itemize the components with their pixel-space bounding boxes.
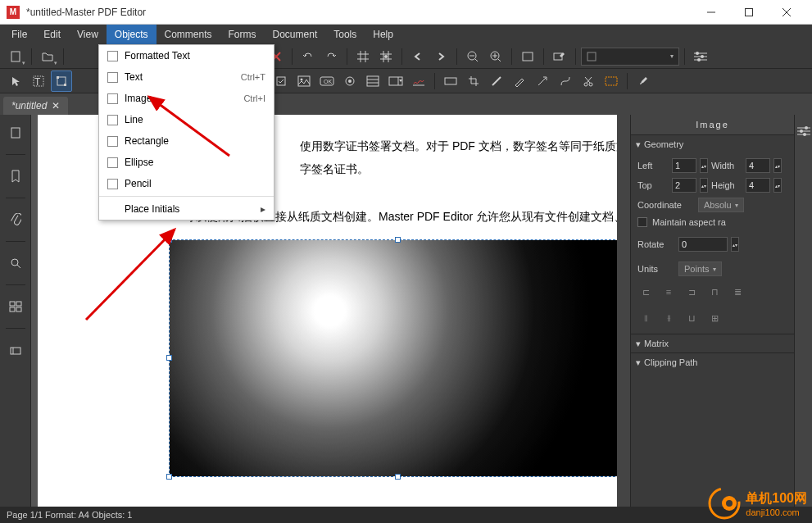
width-spinner[interactable]: ▴▾	[773, 158, 782, 173]
left-input[interactable]: 1	[672, 158, 696, 173]
list-tool[interactable]	[362, 70, 383, 92]
menu-formatted-text[interactable]: Formatted Text	[99, 45, 274, 66]
height-input[interactable]: 4	[746, 178, 770, 193]
resize-handle-bm[interactable]	[395, 474, 401, 480]
thumbnails-button[interactable]	[4, 295, 27, 318]
pencil-draw-tool[interactable]	[509, 70, 530, 92]
curve-tool[interactable]	[555, 70, 576, 92]
menu-comments[interactable]: Comments	[157, 25, 220, 44]
width-input[interactable]: 4	[746, 158, 770, 173]
menu-pencil[interactable]: Pencil	[99, 173, 274, 194]
menu-ellipse[interactable]: Ellipse	[99, 152, 274, 173]
rotate-input[interactable]: 0	[678, 237, 728, 252]
section-clipping-header[interactable]: ▾Clipping Path	[631, 353, 794, 371]
brush-tool[interactable]	[633, 70, 654, 92]
button-tool[interactable]: OK	[316, 70, 338, 92]
image-tool[interactable]	[293, 70, 315, 92]
resize-handle-tm[interactable]	[395, 237, 401, 243]
svg-rect-1	[746, 8, 753, 16]
align-middle-icon[interactable]: ≣	[729, 284, 746, 299]
resize-handle-ml[interactable]	[166, 355, 172, 361]
menu-help[interactable]: Help	[365, 25, 401, 44]
svg-point-24	[701, 55, 704, 58]
top-spinner[interactable]: ▴▾	[700, 178, 708, 193]
cut-tool[interactable]	[578, 70, 599, 92]
combo-tool[interactable]	[385, 70, 406, 92]
settings-icon[interactable]	[792, 120, 813, 143]
menu-edit[interactable]: Edit	[35, 25, 69, 44]
menu-file[interactable]: File	[3, 25, 35, 44]
chevron-down-icon: ▾	[636, 139, 641, 150]
crop-tool[interactable]	[463, 70, 484, 92]
menu-forms[interactable]: Forms	[220, 25, 265, 44]
zoom-combo[interactable]: ▾	[581, 48, 679, 66]
fit-width-button[interactable]	[517, 46, 538, 67]
top-input[interactable]: 2	[672, 178, 696, 193]
menu-tools[interactable]: Tools	[325, 25, 365, 44]
layers-button[interactable]	[4, 339, 27, 362]
chevron-down-icon: ▾	[636, 339, 641, 349]
svg-rect-60	[16, 307, 21, 312]
prev-page-button[interactable]	[407, 46, 429, 67]
selected-image[interactable]	[169, 239, 617, 477]
tab-close-icon[interactable]: ✕	[52, 100, 60, 111]
align-left-icon[interactable]: ⊏	[637, 284, 654, 299]
menu-place-initials[interactable]: Place Initials▸	[99, 198, 274, 220]
bookmarks-panel-button[interactable]	[4, 165, 27, 188]
distribute-h-icon[interactable]: ⫴	[637, 311, 654, 325]
rotate-spinner[interactable]: ▴▾	[731, 237, 739, 252]
pages-panel-button[interactable]	[4, 121, 27, 144]
resize-handle-tl[interactable]	[166, 237, 172, 243]
zoom-out-button[interactable]	[462, 46, 483, 67]
menu-view[interactable]: View	[69, 25, 107, 44]
next-page-button[interactable]	[430, 46, 451, 67]
aspect-checkbox[interactable]	[637, 217, 647, 227]
menu-line[interactable]: Line	[99, 109, 274, 130]
line-draw-tool[interactable]	[486, 70, 507, 92]
radio-tool[interactable]	[339, 70, 361, 92]
grid-button[interactable]	[352, 46, 374, 67]
menu-objects[interactable]: Objects	[107, 25, 157, 44]
align-top-icon[interactable]: ⊓	[706, 284, 723, 299]
form-edit-button[interactable]	[549, 46, 570, 67]
coord-combo[interactable]: Absolu▾	[698, 198, 744, 212]
snap-button[interactable]	[375, 46, 397, 67]
section-matrix-header[interactable]: ▾Matrix	[631, 334, 794, 352]
close-window-button[interactable]	[768, 0, 805, 25]
vertical-scrollbar[interactable]	[617, 115, 630, 507]
menu-image[interactable]: ImageCtrl+I	[99, 88, 274, 109]
resize-handle-bl[interactable]	[166, 474, 172, 480]
open-file-button[interactable]: ▾	[37, 46, 58, 67]
menu-rectangle[interactable]: Rectangle	[99, 130, 274, 152]
align-right-icon[interactable]: ⊐	[683, 284, 700, 299]
zoom-in-button[interactable]	[485, 46, 506, 67]
arrow-draw-tool[interactable]	[532, 70, 553, 92]
center-icon[interactable]: ⊞	[706, 311, 723, 325]
search-panel-button[interactable]	[4, 252, 27, 275]
titlebar: M *untitled-Master PDF Editor	[0, 0, 812, 25]
distribute-v-icon[interactable]: ⫵	[660, 311, 677, 325]
section-geometry-header[interactable]: ▾Geometry	[631, 135, 794, 153]
attachments-panel-button[interactable]	[4, 208, 27, 231]
menu-text[interactable]: TextCtrl+T	[99, 66, 274, 88]
minimize-button[interactable]	[692, 0, 730, 25]
text-select-tool[interactable]: T	[28, 70, 49, 92]
link-tool[interactable]	[440, 70, 461, 92]
height-spinner[interactable]: ▴▾	[773, 178, 782, 193]
units-combo[interactable]: Points ▾	[678, 262, 722, 276]
svg-point-25	[697, 58, 701, 61]
align-center-h-icon[interactable]: ≡	[660, 284, 677, 299]
new-file-button[interactable]: ▾	[5, 46, 26, 67]
align-bottom-icon[interactable]: ⊔	[683, 311, 700, 325]
options-button[interactable]	[690, 46, 711, 67]
menu-document[interactable]: Document	[265, 25, 326, 44]
maximize-button[interactable]	[730, 0, 768, 25]
left-spinner[interactable]: ▴▾	[700, 158, 708, 173]
edit-object-tool[interactable]	[51, 70, 72, 92]
undo-button[interactable]	[297, 46, 319, 67]
redo-button[interactable]	[320, 46, 342, 67]
signature-tool[interactable]	[408, 70, 429, 92]
pointer-tool[interactable]	[5, 70, 26, 92]
document-tab[interactable]: *untitled ✕	[3, 97, 68, 115]
rect-select-tool[interactable]	[601, 70, 622, 92]
